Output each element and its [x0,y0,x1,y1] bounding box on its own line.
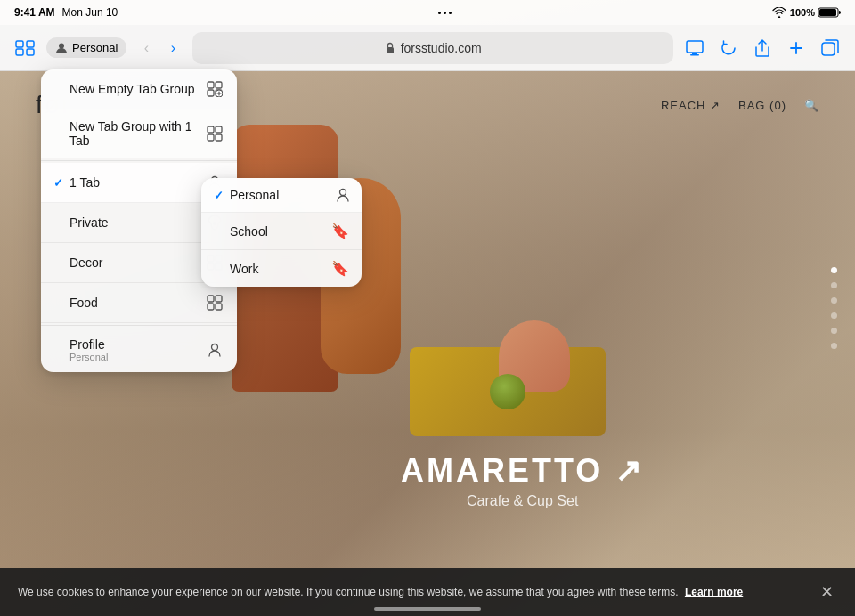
svg-rect-1 [819,9,836,16]
separator-1 [41,160,237,161]
food-icon [205,293,224,312]
battery-level: 100% [790,7,815,18]
reach-link[interactable]: REACH ↗ [661,99,721,112]
back-button[interactable]: ‹ [134,36,159,61]
dot-3 [449,12,452,14]
page-dot-6[interactable] [831,343,837,349]
school-icon: 🔖 [331,223,349,239]
url-display: forsstudio.com [401,41,482,55]
svg-rect-2 [16,41,23,47]
svg-rect-20 [216,134,222,141]
status-right: 100% [772,7,841,18]
profile-menu-icon [205,340,224,360]
hero-subtitle: Carafe & Cup Set [401,493,644,509]
dot-2 [444,12,446,14]
forward-button[interactable]: › [160,36,185,61]
cookie-learn-more-link[interactable]: Learn more [685,586,743,598]
search-link[interactable]: 🔍 [804,99,819,112]
svg-rect-11 [822,43,835,55]
svg-rect-5 [27,49,34,55]
svg-rect-18 [216,126,222,133]
svg-rect-12 [208,82,214,88]
svg-rect-8 [687,41,703,53]
submenu-item-school[interactable]: School 🔖 [201,213,362,250]
bag-link[interactable]: BAG (0) [738,99,786,112]
new-1tab-icon [205,124,224,143]
page-dot-3[interactable] [831,297,837,304]
page-dot-4[interactable] [831,312,837,319]
svg-point-31 [340,190,346,196]
nav-actions [680,34,844,62]
new-empty-icon [205,79,224,99]
separator-2 [41,325,237,326]
page-dot-1[interactable] [831,267,837,273]
menu-item-new-empty-tab-group[interactable]: New Empty Tab Group [41,69,237,109]
screen-share-button[interactable] [680,34,709,62]
check-1tab: ✓ [53,176,69,190]
status-bar: 9:41 AM Mon Jun 10 100% [0,0,855,25]
tab-grid-button[interactable] [11,34,39,62]
battery-icon [818,7,841,18]
cookie-close-button[interactable]: ✕ [816,581,837,603]
status-date: Mon Jun 10 [62,6,118,19]
work-icon: 🔖 [331,260,349,277]
submenu-item-personal[interactable]: ✓ Personal [201,178,362,213]
svg-rect-28 [208,304,214,310]
svg-rect-7 [387,47,394,53]
share-button[interactable] [748,34,777,62]
food-label: Food [69,296,205,310]
dot-1 [438,12,441,14]
svg-rect-10 [690,54,699,56]
submenu-item-work[interactable]: Work 🔖 [201,250,362,287]
menu-item-new-tab-group-1tab[interactable]: New Tab Group with 1 Tab [41,109,237,158]
person-icon [55,42,68,54]
svg-rect-13 [216,82,222,88]
page-dot-5[interactable] [831,328,837,334]
svg-point-30 [212,344,218,351]
reload-button[interactable] [714,34,743,62]
profile-text-group: Profile Personal [69,337,205,362]
personal-label: Personal [230,188,337,202]
profile-sub-label: Personal [69,352,205,362]
new-tab-group-1tab-label: New Tab Group with 1 Tab [69,119,205,148]
svg-rect-17 [208,126,214,133]
svg-rect-27 [216,296,222,302]
hero-text-block: AMARETTO ↗ Carafe & Cup Set [401,452,644,509]
profile-main-label: Profile [69,337,205,352]
svg-rect-9 [692,53,697,54]
svg-rect-19 [208,134,214,141]
hero-title: AMARETTO ↗ [401,452,644,490]
svg-rect-14 [208,90,214,96]
check-personal: ✓ [214,189,230,202]
personal-icon [337,188,349,202]
profile-name: Personal [72,41,118,54]
pagination-dots [831,267,837,349]
svg-rect-4 [16,49,23,55]
private-label: Private [69,215,205,230]
nav-bar: Personal ‹ › forsstudio.com [0,25,855,71]
work-label: Work [230,262,331,276]
add-tab-button[interactable] [782,34,810,62]
olive-object [490,374,525,409]
address-bar[interactable]: forsstudio.com [192,32,673,64]
site-nav: REACH ↗ BAG (0) 🔍 [661,99,819,112]
status-center [438,12,452,14]
school-label: School [230,224,331,239]
page-dot-2[interactable] [831,282,837,288]
status-time: 9:41 AM [14,6,55,19]
svg-rect-29 [216,304,222,310]
decor-label: Decor [69,255,205,270]
profile-pill[interactable]: Personal [46,37,126,58]
tabs-button[interactable] [816,34,844,62]
lock-icon [385,42,395,54]
menu-item-profile[interactable]: Profile Personal [41,328,237,372]
menu-item-food[interactable]: Food [41,283,237,323]
svg-point-6 [59,43,64,48]
home-indicator [374,607,481,611]
cookie-text: We use cookies to enhance your experienc… [18,585,809,600]
svg-rect-26 [208,296,214,302]
nav-arrows: ‹ › [134,36,185,61]
status-left: 9:41 AM Mon Jun 10 [14,6,118,19]
wifi-icon [772,7,786,18]
1tab-label: 1 Tab [69,175,205,190]
